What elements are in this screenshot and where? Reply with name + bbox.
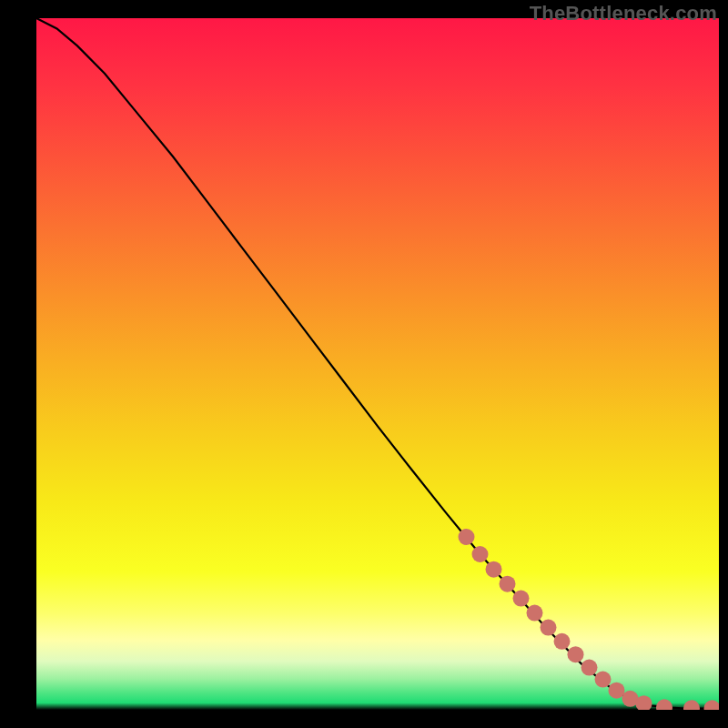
curve-marker <box>459 529 475 545</box>
plot-svg <box>36 18 719 710</box>
curve-marker <box>486 561 502 578</box>
curve-marker <box>581 660 598 676</box>
curve-marker <box>513 591 530 607</box>
plot-area <box>36 18 719 710</box>
curve-marker <box>472 546 489 562</box>
gradient-background <box>36 18 719 710</box>
curve-marker <box>609 682 625 699</box>
curve-marker <box>500 576 516 592</box>
curve-marker <box>568 646 584 662</box>
curve-marker <box>554 633 571 650</box>
curve-marker <box>527 605 543 622</box>
chart-stage: TheBottleneck.com <box>0 0 728 728</box>
watermark-text: TheBottleneck.com <box>530 2 717 25</box>
curve-marker <box>541 620 557 636</box>
curve-marker <box>595 672 612 688</box>
